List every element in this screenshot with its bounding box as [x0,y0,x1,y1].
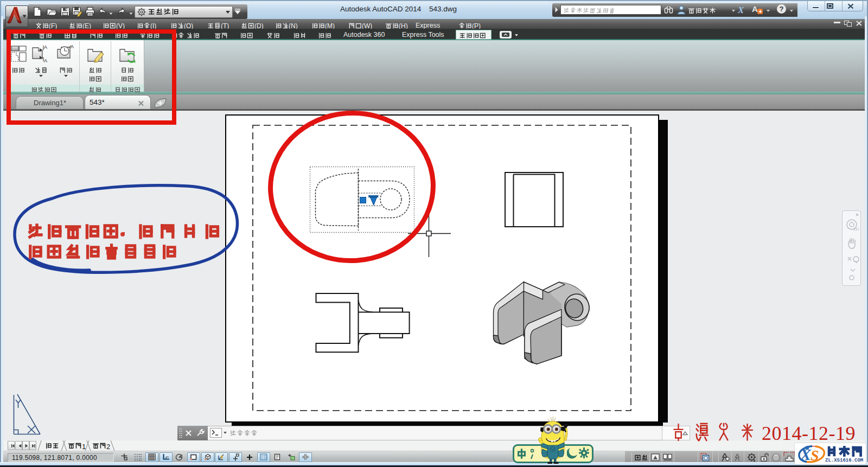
svg-text:S: S [810,447,819,464]
svg-text:2D: 2D [853,227,859,232]
svg-text:X: X [800,445,812,463]
